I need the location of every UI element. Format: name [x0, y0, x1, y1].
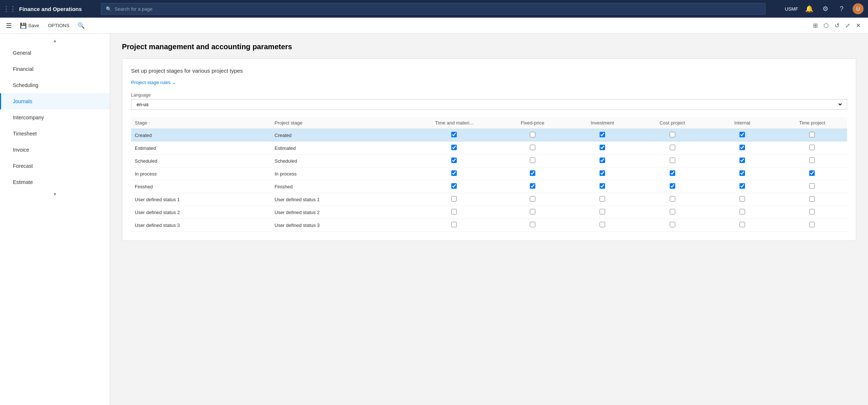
table-row[interactable]: EstimatedEstimated [131, 142, 847, 155]
cell-checkbox-cost_project[interactable] [670, 145, 675, 150]
cell-checkbox-internal[interactable] [739, 170, 745, 176]
table-row[interactable]: User defined status 2User defined status… [131, 206, 847, 219]
cell-checkbox-time_project[interactable] [809, 183, 815, 189]
stage-rules-link[interactable]: Project stage rules ⌄ [131, 80, 176, 85]
cell-checkbox-fixed_price[interactable] [530, 170, 535, 176]
cell-checkbox-cost_project[interactable] [670, 209, 675, 214]
cell-checkbox-time_project[interactable] [809, 196, 815, 202]
cell-checkbox-time_material[interactable] [451, 170, 457, 176]
language-select[interactable]: en-us en-gb fr-fr de-de es-es [135, 101, 843, 108]
col-header-internal[interactable]: Internal [707, 117, 777, 129]
sidebar-item-financial[interactable]: Financial [0, 61, 110, 77]
cell-checkbox-cost_project[interactable] [670, 170, 675, 176]
toolbar-search-icon[interactable]: 🔍 [75, 21, 88, 30]
cell-checkbox-investment[interactable] [600, 158, 605, 163]
cell-checkbox-time_project[interactable] [809, 209, 815, 214]
cell-stage: Created [131, 129, 271, 142]
table-header-row: Stage ↑ Project stage Time and materi...… [131, 117, 847, 129]
cell-checkbox-internal[interactable] [739, 145, 745, 150]
sidebar-item-estimate[interactable]: Estimate [0, 174, 110, 190]
table-row[interactable]: FinishedFinished [131, 180, 847, 193]
settings-icon[interactable]: ⚙ [820, 4, 831, 14]
col-header-time-project[interactable]: Time project [777, 117, 847, 129]
sidebar-item-timesheet[interactable]: Timesheet [0, 126, 110, 142]
cell-checkbox-time_project[interactable] [809, 145, 815, 150]
cell-stage: User defined status 2 [131, 206, 271, 219]
cell-checkbox-internal[interactable] [739, 158, 745, 163]
language-select-wrapper[interactable]: en-us en-gb fr-fr de-de es-es [131, 99, 847, 110]
cell-checkbox-cost_project[interactable] [670, 196, 675, 202]
cell-checkbox-fixed_price[interactable] [530, 209, 535, 214]
office-icon[interactable]: ⬡ [822, 21, 830, 30]
cell-checkbox-time_material[interactable] [451, 196, 457, 202]
cell-checkbox-fixed_price[interactable] [530, 196, 535, 202]
grid-icon[interactable]: ⊞ [811, 21, 819, 30]
cell-checkbox-time_project[interactable] [809, 158, 815, 163]
col-header-fixed-price[interactable]: Fixed-price [498, 117, 567, 129]
table-row[interactable]: ScheduledScheduled [131, 155, 847, 167]
search-bar[interactable]: 🔍 [101, 3, 766, 15]
options-label: OPTIONS [48, 23, 70, 28]
cell-checkbox-time_material[interactable] [451, 222, 457, 227]
table-row[interactable]: In processIn process [131, 167, 847, 180]
cell-checkbox-time_material[interactable] [451, 183, 457, 189]
cell-checkbox-investment[interactable] [600, 196, 605, 202]
cell-checkbox-fixed_price[interactable] [530, 145, 535, 150]
cell-checkbox-time_material[interactable] [451, 145, 457, 150]
table-row[interactable]: User defined status 1User defined status… [131, 193, 847, 206]
cell-checkbox-investment[interactable] [600, 145, 605, 150]
close-icon[interactable]: ✕ [854, 21, 862, 30]
notification-icon[interactable]: 🔔 [804, 4, 814, 14]
cell-checkbox-fixed_price[interactable] [530, 158, 535, 163]
avatar[interactable]: U [853, 3, 864, 14]
hamburger-icon[interactable]: ☰ [6, 22, 12, 30]
cell-checkbox-internal[interactable] [739, 183, 745, 189]
cell-checkbox-investment[interactable] [600, 132, 605, 137]
cell-checkbox-internal[interactable] [739, 209, 745, 214]
sidebar-item-general[interactable]: General [0, 45, 110, 61]
sidebar-item-invoice[interactable]: Invoice [0, 142, 110, 158]
table-row[interactable]: CreatedCreated [131, 129, 847, 142]
cell-checkbox-time_material[interactable] [451, 209, 457, 214]
cell-stage: In process [131, 167, 271, 180]
cell-checkbox-time_material[interactable] [451, 158, 457, 163]
cell-checkbox-internal[interactable] [739, 222, 745, 227]
cell-checkbox-time_material[interactable] [451, 132, 457, 137]
cell-checkbox-investment[interactable] [600, 222, 605, 227]
col-header-cost-project[interactable]: Cost project [637, 117, 707, 129]
cell-checkbox-fixed_price[interactable] [530, 222, 535, 227]
cell-checkbox-internal[interactable] [739, 132, 745, 137]
refresh-icon[interactable]: ↺ [833, 21, 841, 30]
sidebar-item-journals[interactable]: Journals [0, 93, 110, 109]
save-button[interactable]: 💾 Save [16, 21, 43, 30]
help-icon[interactable]: ? [836, 4, 847, 14]
waffle-icon[interactable]: ⋮⋮ [4, 4, 15, 14]
col-header-project-stage[interactable]: Project stage [271, 117, 411, 129]
cell-checkbox-cost_project[interactable] [670, 222, 675, 227]
col-header-stage[interactable]: Stage ↑ [131, 117, 271, 129]
cell-checkbox-investment[interactable] [600, 183, 605, 189]
table-row[interactable]: User defined status 3User defined status… [131, 219, 847, 232]
language-section: Language en-us en-gb fr-fr de-de es-es [131, 93, 847, 110]
page-title: Project management and accounting parame… [122, 43, 856, 51]
cell-checkbox-fixed_price[interactable] [530, 132, 535, 137]
cell-checkbox-cost_project[interactable] [670, 183, 675, 189]
col-header-time-material[interactable]: Time and materi... [411, 117, 498, 129]
sidebar-item-intercompany[interactable]: Intercompany [0, 109, 110, 126]
options-button[interactable]: OPTIONS [44, 21, 73, 30]
cell-checkbox-time_project[interactable] [809, 222, 815, 227]
col-header-investment[interactable]: Investment [567, 117, 637, 129]
cell-checkbox-cost_project[interactable] [670, 158, 675, 163]
cell-checkbox-investment[interactable] [600, 209, 605, 214]
cell-checkbox-time_project[interactable] [809, 170, 815, 176]
save-label: Save [28, 23, 39, 28]
sidebar-item-scheduling[interactable]: Scheduling [0, 77, 110, 93]
search-input[interactable] [115, 6, 761, 12]
sidebar-item-forecast[interactable]: Forecast [0, 158, 110, 174]
cell-checkbox-time_project[interactable] [809, 132, 815, 137]
cell-checkbox-internal[interactable] [739, 196, 745, 202]
open-icon[interactable]: ⤢ [844, 21, 851, 30]
cell-checkbox-investment[interactable] [600, 170, 605, 176]
cell-checkbox-cost_project[interactable] [670, 132, 675, 137]
cell-checkbox-fixed_price[interactable] [530, 183, 535, 189]
